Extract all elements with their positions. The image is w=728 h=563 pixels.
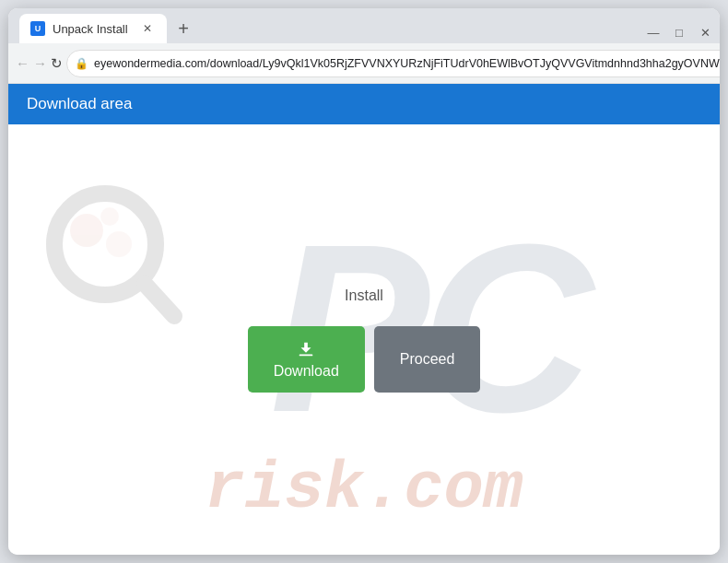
close-button[interactable]: ✕ (694, 21, 716, 43)
new-tab-button[interactable]: + (170, 16, 196, 41)
download-button-label: Download (274, 363, 339, 380)
maximize-button[interactable]: □ (668, 21, 690, 43)
svg-point-0 (54, 194, 156, 295)
download-area-title: Download area (27, 95, 132, 112)
download-icon (296, 339, 316, 359)
lock-icon: 🔒 (75, 57, 88, 70)
svg-point-4 (106, 231, 132, 257)
browser-window: U Unpack Install ✕ + — □ ✕ ← → ↻ 🔒 eyewo… (8, 8, 720, 555)
content-area: Install Download Proceed (248, 287, 481, 393)
buttons-row: Download Proceed (248, 326, 481, 393)
svg-line-1 (145, 284, 174, 316)
url-text: eyewondermedia.com/download/Ly9vQkl1Vk05… (94, 57, 720, 70)
forward-button[interactable]: → (33, 51, 47, 76)
tab-bar: U Unpack Install ✕ + — □ ✕ (8, 8, 720, 43)
install-label: Install (345, 287, 383, 304)
svg-point-3 (100, 207, 119, 226)
svg-point-2 (70, 214, 103, 247)
download-header: Download area (8, 84, 720, 124)
page-content: Download area PC risk.com Install (8, 84, 720, 555)
address-bar-row: ← → ↻ 🔒 eyewondermedia.com/download/Ly9v… (8, 43, 720, 84)
proceed-button-label: Proceed (400, 351, 455, 367)
tab-close-button[interactable]: ✕ (139, 20, 156, 37)
download-body: PC risk.com Install Download Proceed (8, 124, 720, 555)
window-controls: — □ ✕ (642, 21, 720, 43)
tab-label: Unpack Install (53, 22, 132, 36)
browser-tab[interactable]: U Unpack Install ✕ (19, 14, 167, 43)
download-button[interactable]: Download (248, 326, 365, 393)
back-button[interactable]: ← (16, 51, 29, 76)
minimize-button[interactable]: — (642, 21, 664, 43)
proceed-button[interactable]: Proceed (374, 326, 481, 393)
tab-favicon: U (30, 21, 45, 36)
magnifier-watermark (36, 180, 183, 327)
reload-button[interactable]: ↻ (51, 51, 63, 76)
risk-watermark: risk.com (205, 452, 523, 527)
address-bar[interactable]: 🔒 eyewondermedia.com/download/Ly9vQkl1Vk… (66, 50, 720, 77)
svg-rect-5 (299, 354, 313, 356)
